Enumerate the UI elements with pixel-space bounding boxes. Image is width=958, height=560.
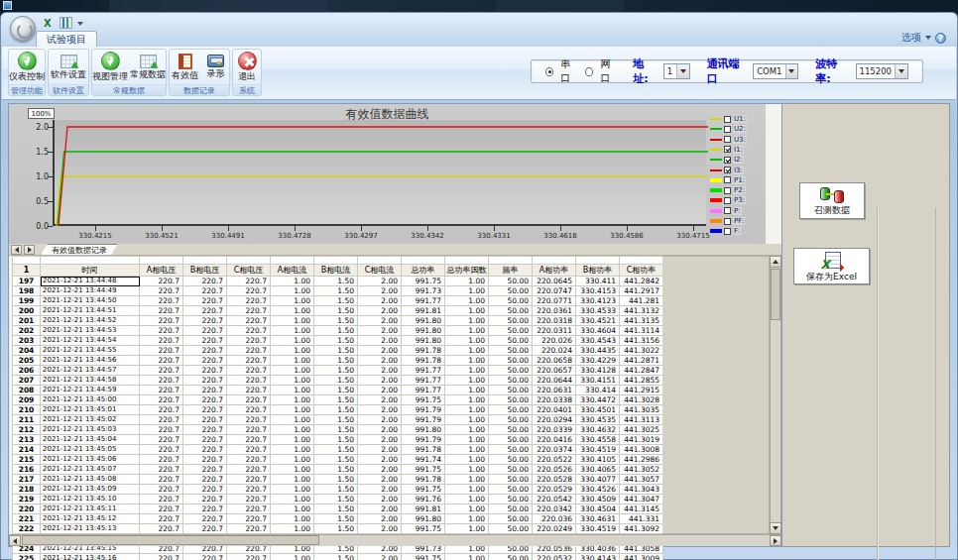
- cell-value[interactable]: 1.50: [314, 356, 358, 366]
- cell-value[interactable]: 1.00: [445, 445, 489, 455]
- cell-value[interactable]: 1.50: [314, 306, 358, 316]
- cell-value[interactable]: 1.00: [445, 296, 489, 306]
- cell-value[interactable]: 220.7: [183, 356, 227, 366]
- cell-value[interactable]: 1.00: [271, 306, 314, 316]
- cell-value[interactable]: 220.7: [140, 366, 183, 376]
- cell-value[interactable]: 220.7: [140, 554, 183, 560]
- cell-value[interactable]: 1.50: [314, 405, 358, 415]
- cell-value[interactable]: 991.81: [402, 504, 445, 514]
- cell-value[interactable]: 991.80: [402, 336, 445, 346]
- cell-value[interactable]: 220.0339: [533, 425, 576, 435]
- cell-value[interactable]: 330.4535: [576, 415, 620, 425]
- cell-value[interactable]: 220.7: [227, 376, 271, 386]
- cell-value[interactable]: 220.7: [183, 296, 227, 306]
- cell-value[interactable]: 1.00: [445, 346, 489, 356]
- cell-value[interactable]: 220.0747: [533, 286, 576, 296]
- cell-value[interactable]: 1.00: [271, 455, 314, 465]
- cell-value[interactable]: 441.3008: [620, 445, 663, 455]
- cell-value[interactable]: 220.7: [227, 386, 271, 395]
- cell-value[interactable]: 1.00: [271, 554, 314, 560]
- cell-value[interactable]: 1.00: [271, 445, 314, 455]
- cell-time[interactable]: 2021-12-21 13:45:00: [41, 395, 140, 405]
- cell-value[interactable]: 330.4604: [576, 326, 620, 336]
- cell-value[interactable]: 1.50: [314, 366, 358, 376]
- cell-value[interactable]: 2.00: [358, 405, 402, 415]
- serial-radio[interactable]: [545, 67, 553, 76]
- cell-value[interactable]: 220.7: [140, 386, 183, 395]
- cell-value[interactable]: 220.7: [140, 356, 183, 366]
- cell-value[interactable]: 50.00: [489, 326, 533, 336]
- rms-value-button[interactable]: 有效值: [170, 51, 200, 85]
- cell-value[interactable]: 1.50: [314, 554, 358, 560]
- cell-value[interactable]: 1.50: [314, 296, 358, 306]
- cell-value[interactable]: 991.79: [402, 405, 445, 415]
- cell-value[interactable]: 1.50: [314, 455, 358, 465]
- cell-value[interactable]: 1.50: [314, 415, 358, 425]
- cell-value[interactable]: 1.50: [314, 445, 358, 455]
- cell-value[interactable]: 220.7: [227, 475, 271, 485]
- cell-value[interactable]: 2.00: [358, 554, 402, 560]
- cell-value[interactable]: 50.00: [489, 386, 533, 395]
- cell-value[interactable]: 991.80: [402, 316, 445, 326]
- dropdown-arrow-icon[interactable]: [676, 64, 689, 78]
- cell-value[interactable]: 220.7: [183, 455, 227, 465]
- scroll-right-icon[interactable]: [770, 535, 781, 546]
- legend-checkbox[interactable]: [724, 167, 731, 173]
- cell-value[interactable]: 50.00: [489, 435, 533, 445]
- cell-value[interactable]: 991.77: [402, 376, 445, 386]
- cell-value[interactable]: 50.00: [489, 376, 533, 386]
- cell-value[interactable]: 220.7: [140, 415, 183, 425]
- cell-value[interactable]: 220.0522: [533, 455, 576, 465]
- cell-value[interactable]: 1.00: [271, 395, 314, 405]
- cell-value[interactable]: 220.7: [227, 336, 271, 346]
- cell-time[interactable]: 2021-12-21 13:45:09: [41, 485, 140, 495]
- cell-value[interactable]: 2.00: [358, 306, 402, 316]
- cell-value[interactable]: 330.4558: [576, 435, 620, 445]
- cell-value[interactable]: 1.00: [445, 554, 489, 560]
- cell-value[interactable]: 220.7: [140, 445, 183, 455]
- quick-access-excel-icon[interactable]: X: [44, 17, 57, 30]
- cell-value[interactable]: 220.7: [140, 425, 183, 435]
- cell-value[interactable]: 1.00: [271, 296, 314, 306]
- cell-value[interactable]: 220.0771: [533, 296, 576, 306]
- cell-time[interactable]: 2021-12-21 13:44:50: [41, 296, 140, 306]
- cell-value[interactable]: 1.00: [445, 336, 489, 346]
- cell-value[interactable]: 441.3145: [620, 504, 663, 514]
- cell-value[interactable]: 220.0528: [533, 475, 576, 485]
- cell-value[interactable]: 1.00: [271, 425, 314, 435]
- cell-value[interactable]: 1.00: [271, 415, 314, 425]
- cell-value[interactable]: 220.0374: [533, 445, 576, 455]
- cell-time[interactable]: 2021-12-21 13:44:48: [41, 277, 140, 286]
- legend-checkbox[interactable]: [724, 187, 731, 194]
- cell-value[interactable]: 50.00: [489, 356, 533, 366]
- cell-value[interactable]: 220.0532: [533, 554, 576, 560]
- cell-time[interactable]: 2021-12-21 13:45:06: [41, 455, 140, 465]
- cell-value[interactable]: 220.7: [183, 514, 227, 524]
- cell-value[interactable]: 1.50: [314, 514, 358, 524]
- cell-value[interactable]: 2.00: [358, 386, 402, 395]
- cell-value[interactable]: 220.7: [227, 306, 271, 316]
- cell-value[interactable]: 1.00: [271, 286, 314, 296]
- cell-time[interactable]: 2021-12-21 13:44:54: [41, 336, 140, 346]
- legend-checkbox[interactable]: [724, 136, 731, 143]
- cell-value[interactable]: 2.00: [358, 286, 402, 296]
- cell-value[interactable]: 441.331: [620, 514, 663, 524]
- cell-time[interactable]: 2021-12-21 13:45:07: [41, 465, 140, 475]
- cell-value[interactable]: 220.7: [140, 465, 183, 475]
- cell-value[interactable]: 991.75: [402, 277, 445, 286]
- cell-value[interactable]: 220.7: [140, 514, 183, 524]
- dropdown-arrow-icon[interactable]: [895, 64, 907, 78]
- cell-value[interactable]: 991.75: [402, 485, 445, 495]
- cell-value[interactable]: 220.0645: [533, 277, 576, 286]
- cell-value[interactable]: 220.7: [227, 425, 271, 435]
- cell-value[interactable]: 50.00: [489, 514, 533, 524]
- cell-value[interactable]: 220.7: [140, 405, 183, 415]
- cell-value[interactable]: 330.4504: [576, 504, 620, 514]
- vertical-scroll-thumb[interactable]: [771, 269, 780, 320]
- cell-value[interactable]: 991.77: [402, 386, 445, 395]
- cell-value[interactable]: 1.00: [271, 524, 314, 534]
- scroll-up-icon[interactable]: [770, 256, 781, 268]
- cell-value[interactable]: 330.411: [576, 277, 620, 286]
- cell-value[interactable]: 1.00: [445, 435, 489, 445]
- cell-value[interactable]: 50.00: [489, 316, 533, 326]
